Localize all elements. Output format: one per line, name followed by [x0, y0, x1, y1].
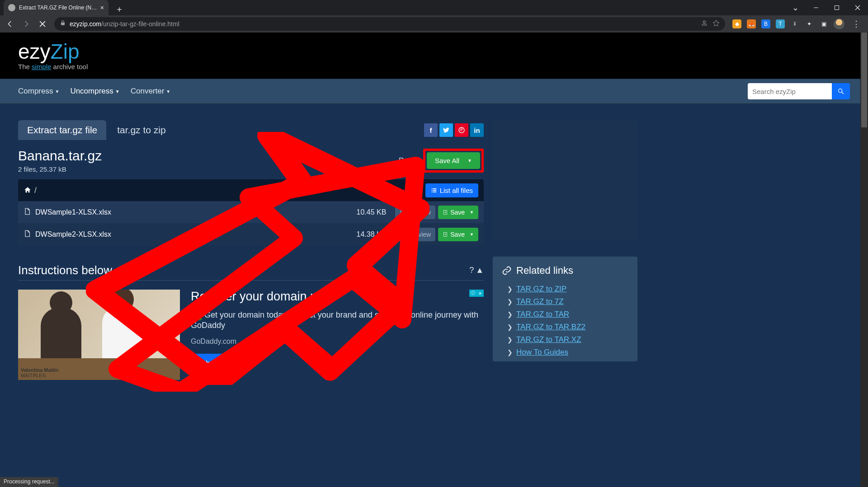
svg-point-18 — [401, 232, 404, 235]
nav-uncompress[interactable]: Uncompress▼ — [70, 87, 119, 96]
status-bar: Processing request... — [0, 477, 58, 487]
share-icon[interactable] — [701, 19, 708, 28]
ad-headline: Register your domain now — [191, 290, 484, 304]
window-minimize-button[interactable] — [806, 0, 826, 15]
sidebar-ad[interactable] — [493, 120, 637, 240]
home-crumb[interactable]: / — [24, 186, 37, 195]
svg-point-16 — [401, 210, 404, 213]
chevron-down-icon: ▼ — [166, 89, 170, 94]
related-link-item: ❯TAR.GZ to TAR — [502, 308, 628, 321]
svg-line-17 — [404, 213, 406, 215]
forward-button[interactable] — [19, 17, 33, 31]
window-close-button[interactable] — [847, 0, 868, 15]
chevron-down-icon: ▼ — [55, 89, 59, 94]
related-link-item: ❯TAR.GZ to 7Z — [502, 295, 628, 308]
file-name[interactable]: DWSample2-XLSX.xlsx — [35, 230, 357, 239]
download-icon — [443, 210, 448, 215]
nav-converter[interactable]: Converter▼ — [131, 87, 171, 96]
profile-avatar[interactable] — [834, 19, 844, 29]
file-icon — [24, 229, 31, 239]
related-link[interactable]: How To Guides — [516, 348, 568, 357]
nav-compress[interactable]: Compress▼ — [18, 87, 59, 96]
ad-unit[interactable]: ⓘ✕ Valentina MaitinMAITIN.ES Register yo… — [18, 290, 484, 380]
tab-close-icon[interactable]: × — [100, 4, 104, 11]
related-link[interactable]: TAR.GZ to TAR — [516, 310, 569, 319]
site-nav: Compress▼ Uncompress▼ Converter▼ — [0, 79, 868, 104]
search-input[interactable] — [748, 83, 832, 99]
chevron-right-icon: ❯ — [507, 323, 513, 331]
svg-rect-13 — [433, 190, 436, 191]
back-button[interactable] — [3, 17, 17, 31]
address-bar[interactable]: ezyzip.com/unzip-tar-gz-file-online.html — [54, 17, 725, 31]
browser-menu-icon[interactable]: ⋮ — [850, 19, 863, 29]
facebook-icon[interactable]: f — [424, 123, 438, 137]
stop-button[interactable] — [35, 17, 50, 31]
related-link[interactable]: TAR.GZ to 7Z — [516, 297, 564, 306]
link-icon — [502, 266, 512, 276]
svg-line-19 — [404, 235, 406, 237]
linkedin-icon[interactable]: in — [470, 123, 484, 137]
save-button[interactable]: Save▼ — [438, 228, 478, 241]
page-viewport: ezyZip The simple archive tool Compress▼… — [0, 33, 868, 487]
extension-icon[interactable]: B — [761, 19, 770, 28]
chevron-right-icon: ❯ — [507, 298, 513, 305]
related-link-item: ❯TAR.GZ to TAR.XZ — [502, 333, 628, 346]
file-row: DWSample1-XLSX.xlsx 10.45 KB Preview Sav… — [18, 201, 484, 223]
related-links-card: Related links ❯TAR.GZ to ZIP ❯TAR.GZ to … — [493, 257, 637, 361]
pinterest-icon[interactable] — [455, 123, 468, 137]
preview-button[interactable]: Preview — [395, 206, 435, 219]
reset-link[interactable]: Reset — [399, 157, 418, 165]
browser-tab[interactable]: Extract TAR.GZ File Online (No lim × — [4, 0, 108, 15]
related-link[interactable]: TAR.GZ to TAR.XZ — [516, 335, 581, 344]
extension-icon[interactable]: ◆ — [732, 19, 741, 28]
extension-icon[interactable]: T — [776, 19, 785, 28]
related-link[interactable]: TAR.GZ to TAR.BZ2 — [516, 323, 585, 332]
site-header: ezyZip The simple archive tool — [0, 33, 868, 79]
svg-rect-11 — [433, 188, 436, 189]
svg-rect-6 — [61, 23, 65, 25]
instructions-heading: Instructions below — [18, 263, 112, 277]
new-tab-button[interactable]: ＋ — [113, 3, 126, 15]
file-name[interactable]: DWSample1-XLSX.xlsx — [35, 208, 357, 216]
bookmark-star-icon[interactable] — [712, 19, 720, 28]
extensions-puzzle-icon[interactable]: ✦ — [805, 19, 814, 28]
side-panel-icon[interactable]: ▣ — [819, 19, 828, 28]
file-row: DWSample2-XLSX.xlsx 14.38 KB Preview Sav… — [18, 224, 484, 245]
browser-titlebar: Extract TAR.GZ File Online (No lim × ＋ ⌄ — [0, 0, 868, 15]
highlight-annotation: Save All▼ — [423, 149, 484, 173]
ad-image: Valentina MaitinMAITIN.ES — [18, 290, 180, 380]
ad-body: AdGet your domain today, protect your br… — [191, 310, 484, 331]
search-icon — [400, 209, 406, 215]
download-icon[interactable]: ⬇ — [790, 19, 799, 28]
adchoices-icon[interactable]: ⓘ✕ — [469, 290, 484, 297]
file-icon — [24, 207, 31, 217]
ad-cta-button[interactable]: Shop Now — [191, 354, 246, 374]
tab-title: Extract TAR.GZ File Online (No lim — [19, 5, 98, 11]
site-logo[interactable]: ezyZip The simple archive tool — [18, 41, 88, 70]
related-link[interactable]: TAR.GZ to ZIP — [516, 285, 566, 294]
tab-extract[interactable]: Extract tar.gz file — [18, 120, 106, 140]
svg-point-7 — [839, 89, 842, 93]
chevron-down-icon: ▼ — [115, 89, 120, 94]
tab-to-zip[interactable]: tar.gz to zip — [108, 120, 175, 140]
save-all-button[interactable]: Save All▼ — [427, 152, 480, 169]
instructions-toggle[interactable]: ?▲ — [469, 266, 484, 275]
chevron-down-icon: ▼ — [470, 210, 474, 215]
search-button[interactable] — [832, 83, 850, 99]
twitter-icon[interactable] — [439, 123, 453, 137]
tab-search-icon[interactable]: ⌄ — [785, 0, 806, 15]
svg-rect-1 — [835, 6, 839, 10]
svg-line-8 — [842, 92, 844, 94]
related-link-item: ❯TAR.GZ to ZIP — [502, 283, 628, 295]
window-maximize-button[interactable] — [826, 0, 847, 15]
scrollbar[interactable] — [860, 33, 868, 487]
scrollbar-thumb[interactable] — [861, 33, 867, 127]
home-icon — [24, 186, 32, 194]
list-all-files-button[interactable]: List all files — [425, 183, 478, 197]
archive-name: Banana.tar.gz — [18, 148, 102, 164]
metamask-icon[interactable]: 🦊 — [747, 19, 756, 28]
related-links-heading: Related links — [502, 265, 628, 276]
site-search — [748, 83, 850, 99]
preview-button[interactable]: Preview — [395, 228, 435, 241]
save-button[interactable]: Save▼ — [438, 206, 478, 219]
